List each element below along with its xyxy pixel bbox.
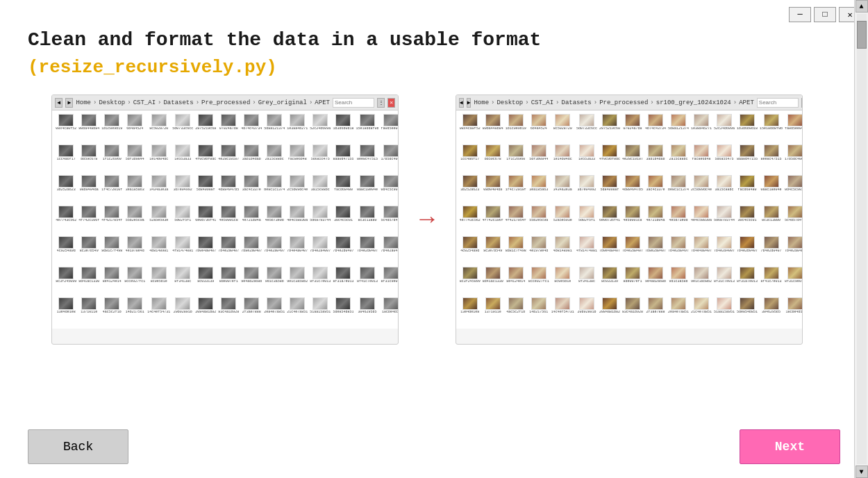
list-item[interactable]: 4f4217054f: [101, 205, 123, 235]
list-item[interactable]: 08b0404da: [78, 174, 100, 204]
list-item[interactable]: 8d41ac1330: [482, 266, 504, 296]
list-item[interactable]: 08b0404da: [482, 174, 504, 204]
list-item[interactable]: 14b217561: [124, 297, 146, 327]
list-item[interactable]: fac8e6b48: [286, 144, 308, 174]
list-item[interactable]: 5de854b851: [332, 297, 354, 327]
list-item[interactable]: 30c4c5c01: [332, 205, 354, 235]
list-item[interactable]: 21c4e7a851: [690, 297, 712, 327]
list-item[interactable]: 7b4e2d0407: [355, 236, 379, 265]
scroll-down-arrow[interactable]: ▼: [856, 465, 868, 478]
list-item[interactable]: 3ea185a63: [528, 174, 550, 204]
list-item[interactable]: 52c24d609a: [713, 113, 735, 143]
list-item[interactable]: 15e18dd8f0b: [355, 113, 379, 143]
list-item[interactable]: 7b0e4a0407: [599, 236, 621, 265]
list-item[interactable]: 8c3e7b549: [482, 236, 504, 265]
list-item[interactable]: 7b4e2a0407: [217, 236, 240, 265]
list-item[interactable]: 17b5dc40e5: [380, 144, 398, 174]
list-item[interactable]: 9d1c3a58b: [667, 266, 690, 296]
list-item[interactable]: 8e4124e14: [505, 266, 527, 296]
list-item[interactable]: 1f1c26960: [505, 144, 527, 174]
list-item[interactable]: 8d81c7f498: [101, 236, 123, 265]
list-item[interactable]: 5d02f5f1: [576, 205, 598, 235]
list-item[interactable]: 20b92801b: [172, 297, 194, 327]
list-item[interactable]: fac8e6b48: [690, 144, 712, 174]
list-item[interactable]: 5df3b0844: [124, 144, 146, 174]
list-item[interactable]: 8c3e7b549: [78, 236, 100, 265]
list-item[interactable]: 4e721d04a: [240, 205, 262, 235]
list-item[interactable]: 7b4e2a0497: [667, 236, 690, 265]
list-item[interactable]: 13e4de1e8: [459, 297, 481, 327]
list-item[interactable]: 30c4c5c01: [736, 205, 758, 235]
list-item[interactable]: 83c4a1b928: [621, 297, 644, 327]
list-item[interactable]: 2f3ae7888: [240, 297, 262, 327]
list-item[interactable]: 2875219c68: [599, 113, 621, 143]
list-item[interactable]: 2ea4e7a851: [263, 297, 285, 327]
list-item[interactable]: 1b1c0e9b19: [101, 113, 123, 143]
list-item[interactable]: 4f81474081: [172, 236, 194, 265]
list-item[interactable]: 15e18dd8f0b: [759, 113, 783, 143]
list-item[interactable]: 5d02f5f1: [172, 205, 194, 235]
list-item[interactable]: 5df3b0844: [528, 144, 550, 174]
list-item[interactable]: 1e38a4b271: [286, 113, 308, 143]
list-item[interactable]: 2084a81b82: [194, 297, 217, 327]
list-item[interactable]: 8c0e5b1e: [147, 266, 171, 296]
list-item[interactable]: 3434a3e3a: [551, 174, 575, 204]
list-item[interactable]: 4f742c106f: [482, 205, 504, 235]
list-item[interactable]: 18cbe4b5a: [380, 297, 398, 327]
list-item[interactable]: 7b4e2a0497: [263, 236, 285, 265]
list-item[interactable]: 8f41c7e013: [355, 266, 379, 296]
scroll-up-arrow[interactable]: ▲: [856, 0, 868, 13]
left-forward-nav[interactable]: ▶: [65, 98, 73, 108]
list-item[interactable]: 8d41ac1330: [78, 266, 100, 296]
list-item[interactable]: 0d4c5c9035: [380, 174, 398, 204]
list-item[interactable]: 4e4c58830a: [690, 205, 712, 235]
list-item[interactable]: 07024a7d8: [217, 113, 240, 143]
list-item[interactable]: 8f31c7e013: [713, 266, 735, 296]
list-item[interactable]: 7b4e4a0407: [286, 236, 308, 265]
list-item[interactable]: 8c3f245099: [459, 266, 481, 296]
list-item[interactable]: facd68480: [332, 174, 354, 204]
list-item[interactable]: 52a5e593e: [147, 205, 171, 235]
right-back-nav[interactable]: ◀: [459, 98, 464, 108]
list-item[interactable]: 5de854b851: [736, 297, 758, 327]
list-item[interactable]: 8f34138c: [576, 266, 598, 296]
list-item[interactable]: 13e4de1e8: [55, 297, 77, 327]
list-item[interactable]: 8f31c9e013: [784, 266, 802, 296]
left-file-browser[interactable]: ◀ ▶ Home › Desktop › CST_AI › Datasets ›…: [51, 94, 399, 345]
list-item[interactable]: 6b4a4524: [124, 113, 146, 143]
list-item[interactable]: 55b2e5c9a: [124, 205, 146, 235]
list-item[interactable]: 1f4c72010f: [101, 174, 123, 204]
back-button[interactable]: Back: [28, 429, 128, 464]
list-item[interactable]: 8c033139: [599, 266, 621, 296]
list-item[interactable]: 08x4ca0f52: [55, 113, 77, 143]
list-item[interactable]: 2ea4e7a851: [667, 297, 690, 327]
list-item[interactable]: 4f0c9bf0dc: [194, 144, 217, 174]
list-item[interactable]: 5d68793744: [309, 205, 331, 235]
list-item[interactable]: bb59c678: [78, 144, 100, 174]
list-item[interactable]: 8cce927fc1: [528, 266, 550, 296]
list-item[interactable]: 4e7743c562: [459, 205, 481, 235]
next-button[interactable]: Next: [740, 429, 840, 464]
list-item[interactable]: 3046295b5: [759, 297, 783, 327]
left-view-options[interactable]: ⋮: [377, 98, 385, 108]
list-item[interactable]: 4d884947b5: [217, 174, 240, 204]
list-item[interactable]: fa0d5ee04e: [784, 113, 802, 143]
list-item[interactable]: 7b4e2a4007: [309, 236, 331, 265]
list-item[interactable]: 4f81474081: [576, 236, 598, 265]
list-item[interactable]: 4e5b73e0d: [667, 205, 690, 235]
list-item[interactable]: 8c5028720: [551, 113, 575, 143]
list-item[interactable]: 4e28c10107: [217, 144, 240, 174]
list-item[interactable]: 1b3d6b0d18: [736, 113, 758, 143]
list-item[interactable]: 5d0733c6cc: [172, 113, 194, 143]
list-item[interactable]: 80ba448b84: [78, 113, 100, 143]
list-item[interactable]: 21c4e7a851: [286, 297, 308, 327]
list-item[interactable]: 7b0e4a0407: [194, 236, 217, 265]
list-item[interactable]: 8c3c13880: [355, 205, 379, 235]
list-item[interactable]: 4b8148981: [147, 236, 171, 265]
list-item[interactable]: 3b252a623: [459, 174, 481, 204]
list-item[interactable]: 4e1978e4d: [528, 236, 550, 265]
list-item[interactable]: 0a8c18e04e: [355, 174, 379, 204]
list-item[interactable]: fa0d5ee04e: [380, 113, 398, 143]
list-item[interactable]: 9d1c3a58b: [263, 266, 285, 296]
list-item[interactable]: 8c0e5b1e: [551, 266, 575, 296]
